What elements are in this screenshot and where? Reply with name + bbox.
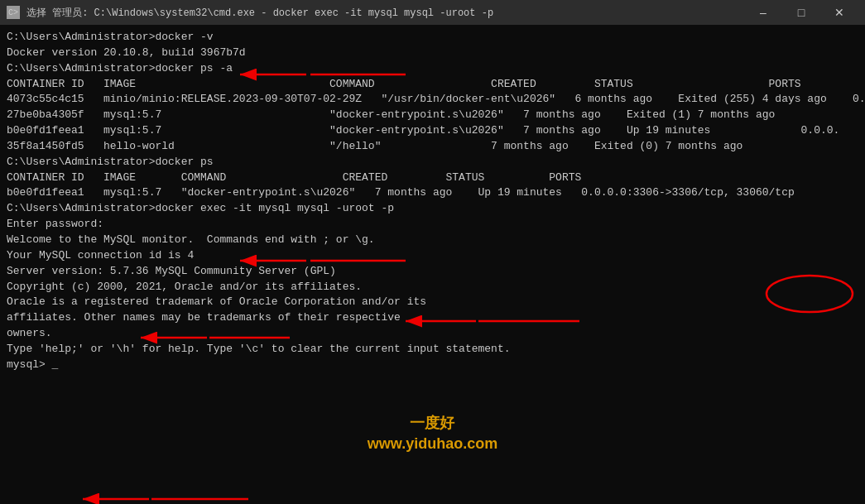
terminal-line: Copyright (c) 2000, 2021, Oracle and/or … bbox=[7, 280, 858, 295]
terminal-line: Docker version 20.10.8, build 3967b7d bbox=[7, 46, 858, 61]
window-title: 选择 管理员: C:\Windows\system32\cmd.exe - do… bbox=[26, 6, 493, 20]
watermark-line1: 一度好 bbox=[368, 413, 497, 434]
terminal-line: 27be0ba4305f mysql:5.7 "docker-entrypoin… bbox=[7, 108, 858, 123]
terminal-line: b0e0fd1feea1 mysql:5.7 "docker-entrypoin… bbox=[7, 123, 858, 139]
window-controls: – □ ✕ bbox=[744, 0, 858, 25]
title-bar: C> 选择 管理员: C:\Windows\system32\cmd.exe -… bbox=[0, 0, 865, 25]
terminal-line: C:\Users\Administrator>docker -v bbox=[7, 30, 858, 46]
watermark-line2: www.yiduhao.com bbox=[368, 434, 497, 454]
terminal-line: affiliates. Other names may be trademark… bbox=[7, 310, 858, 326]
terminal-line: C:\Users\Administrator>docker ps -a bbox=[7, 61, 858, 77]
terminal-line: mysql> _ bbox=[7, 358, 858, 373]
terminal-line: Type 'help;' or '\h' for help. Type '\c'… bbox=[7, 342, 858, 358]
terminal-line: CONTAINER ID IMAGE COMMAND CREATED STATU… bbox=[7, 170, 858, 186]
minimize-button[interactable]: – bbox=[744, 0, 782, 25]
terminal-line: Your MySQL connection id is 4 bbox=[7, 248, 858, 264]
terminal-line: 35f8a1450fd5 hello-world "/hello" 7 mont… bbox=[7, 139, 858, 155]
terminal-line: owners. bbox=[7, 326, 858, 342]
title-bar-left: C> 选择 管理员: C:\Windows\system32\cmd.exe -… bbox=[7, 6, 493, 20]
terminal-content: C:\Users\Administrator>docker -vDocker v… bbox=[7, 30, 858, 373]
terminal-line: CONTAINER ID IMAGE COMMAND CREATED STATU… bbox=[7, 77, 858, 93]
watermark: 一度好 www.yiduhao.com bbox=[368, 413, 497, 454]
terminal-line: Welcome to the MySQL monitor. Commands e… bbox=[7, 233, 858, 248]
close-button[interactable]: ✕ bbox=[820, 0, 858, 25]
terminal-line: Enter password: bbox=[7, 217, 858, 233]
cmd-icon: C> bbox=[7, 6, 20, 19]
terminal-line: Server version: 5.7.36 MySQL Community S… bbox=[7, 264, 858, 280]
terminal-line: Oracle is a registered trademark of Orac… bbox=[7, 295, 858, 310]
maximize-button[interactable]: □ bbox=[782, 0, 820, 25]
terminal-line: 4073c55c4c15 minio/minio:RELEASE.2023-09… bbox=[7, 92, 858, 108]
terminal-line: C:\Users\Administrator>docker exec -it m… bbox=[7, 201, 858, 217]
terminal-line: b0e0fd1feea1 mysql:5.7 "docker-entrypoin… bbox=[7, 185, 858, 201]
terminal-window: C:\Users\Administrator>docker -vDocker v… bbox=[0, 25, 865, 504]
terminal-line: C:\Users\Administrator>docker ps bbox=[7, 155, 858, 170]
